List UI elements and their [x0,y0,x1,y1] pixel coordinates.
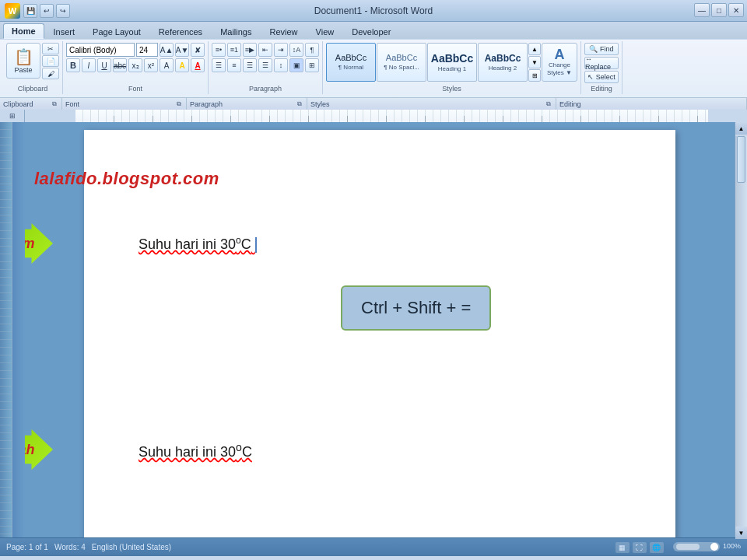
font-name-input[interactable]: Calibri (Body) [66,43,135,57]
paragraph-group: ≡• ≡1 ≡▶ ⇤ ⇥ ↕A ¶ ☰ ≡ ☰ ☰ ↕ ▣ [209,41,323,94]
italic-button[interactable]: I [82,58,96,72]
view-controls: ▦ ⛶ 🌐 100% [615,542,741,553]
decrease-indent-button[interactable]: ⇤ [258,43,272,57]
right-scrollbar[interactable]: ▲ ▼ [735,122,747,537]
styles-scroll: ▲ ▼ ⊞ [528,43,541,82]
paste-button[interactable]: 📋 Paste [6,43,40,79]
window-title: Document1 - Microsoft Word [314,5,433,16]
font-label: Font [128,83,142,93]
styles-scroll-up[interactable]: ▲ [528,43,541,55]
style-nospacing[interactable]: AaBbCc ¶ No Spaci... [377,43,426,82]
tab-references[interactable]: References [150,23,211,39]
maximize-button[interactable]: □ [711,3,727,17]
style-heading2[interactable]: AaBbCc Heading 2 [478,43,528,82]
redo-button[interactable]: ↪ [56,4,70,18]
select-button[interactable]: ↖ Select [584,71,619,83]
tab-insert[interactable]: Insert [45,23,84,39]
style-nospacing-label: ¶ No Spaci... [384,64,419,71]
scroll-down-arrow[interactable]: ▼ [735,527,747,539]
horizontal-ruler [25,110,747,122]
clipboard-small-buttons: ✂ 📄 🖌 [42,43,59,79]
line-spacing-button[interactable]: ↕ [274,58,288,72]
clipboard-group: 📋 Paste ✂ 📄 🖌 Clipboard [3,41,63,94]
sort-button[interactable]: ↕A [289,43,303,57]
styles-label-bar: Styles ⧉ [307,98,556,110]
minimize-button[interactable]: — [694,3,710,17]
clipboard-label-bar: Clipboard ⧉ [0,98,62,110]
tab-home[interactable]: Home [3,23,44,39]
text-cursor [255,237,257,253]
office-logo: W [5,3,20,19]
tab-review[interactable]: Review [261,23,306,39]
editing-label: Editing [591,83,612,93]
web-layout-button[interactable]: 🌐 [650,542,664,553]
cut-button[interactable]: ✂ [42,43,59,54]
word-count: Words: 4 [54,543,86,551]
clear-format-button[interactable]: ✘ [191,43,205,57]
styles-scroll-down[interactable]: ▼ [528,56,541,68]
numbering-button[interactable]: ≡1 [227,43,241,57]
sesudah-arrow: sesudah [25,429,53,470]
paragraph-label-bar: Paragraph ⧉ [187,98,307,110]
style-h1-preview: AaBbCc [431,53,473,64]
align-left-button[interactable]: ☰ [212,58,226,72]
replace-button[interactable]: ↔ Replace [584,57,619,69]
scroll-up-arrow[interactable]: ▲ [735,122,747,135]
close-button[interactable]: ✕ [728,3,744,17]
multilevel-button[interactable]: ≡▶ [243,43,257,57]
show-formatting-button[interactable]: ¶ [305,43,319,57]
font-grow-button[interactable]: A▲ [160,43,174,57]
subscript-button[interactable]: x₂ [128,58,142,72]
before-text-content: Suhu hari ini 30oC [139,236,255,252]
font-color-button[interactable]: A [191,58,205,72]
style-normal-preview: AaBbCc [335,54,366,62]
style-heading1[interactable]: AaBbCc Heading 1 [427,43,477,82]
ribbon-content: 📋 Paste ✂ 📄 🖌 Clipboard Calibri (Body) 2… [0,39,747,97]
align-right-button[interactable]: ☰ [243,58,257,72]
strikethrough-button[interactable]: abc [113,58,127,72]
tab-mailings[interactable]: Mailings [212,23,260,39]
scroll-thumb[interactable] [737,136,745,183]
font-group: Calibri (Body) 24 A▲ A▼ ✘ B I U abc x₂ x… [63,41,209,94]
underline-button[interactable]: U [97,58,111,72]
full-screen-button[interactable]: ⛶ [633,542,647,553]
text-effects-button[interactable]: A [160,58,174,72]
zoom-slider[interactable] [673,542,720,551]
bold-button[interactable]: B [66,58,80,72]
change-styles-button[interactable]: A ChangeStyles ▼ [542,43,577,82]
zoom-level: 100% [723,542,741,553]
highlight-button[interactable]: A [175,58,189,72]
format-painter-button[interactable]: 🖌 [42,68,59,79]
watermark-text: lalafido.blogspot.com [34,169,219,189]
borders-button[interactable]: ⊞ [305,58,319,72]
word-window: W 💾 ↩ ↪ Document1 - Microsoft Word — □ ✕… [0,0,747,560]
align-center-button[interactable]: ≡ [227,58,241,72]
after-superscript: o [236,441,242,453]
tab-developer[interactable]: Developer [343,23,399,39]
font-shrink-button[interactable]: A▼ [175,43,189,57]
document-page[interactable]: sebelum Suhu hari ini 30oC Ctrl + Shift … [84,130,675,537]
shading-button[interactable]: ▣ [289,58,303,72]
styles-group: AaBbCc ¶ Normal AaBbCc ¶ No Spaci... AaB… [323,41,581,94]
scroll-track[interactable] [735,136,747,527]
superscript-button[interactable]: x² [144,58,158,72]
tab-view[interactable]: View [307,23,343,39]
editing-group: 🔍 Find ↔ Replace ↖ Select Editing [581,41,622,94]
before-superscript: o [236,235,241,246]
find-button[interactable]: 🔍 Find [584,43,619,55]
print-layout-button[interactable]: ▦ [615,542,630,553]
font-size-input[interactable]: 24 [136,43,158,57]
page-status: Page: 1 of 1 [6,543,48,551]
bullets-button[interactable]: ≡• [212,43,226,57]
left-panel [0,122,25,537]
tab-page-layout[interactable]: Page Layout [84,23,149,39]
save-button[interactable]: 💾 [23,4,37,18]
style-normal[interactable]: AaBbCc ¶ Normal [326,43,376,82]
increase-indent-button[interactable]: ⇥ [274,43,288,57]
undo-button[interactable]: ↩ [40,4,54,18]
copy-button[interactable]: 📄 [42,55,59,67]
ruler-corner[interactable]: ⊞ [0,110,25,122]
justify-button[interactable]: ☰ [258,58,272,72]
styles-expand[interactable]: ⊞ [528,69,541,82]
after-text-content: Suhu hari ini 30oC [139,444,252,460]
